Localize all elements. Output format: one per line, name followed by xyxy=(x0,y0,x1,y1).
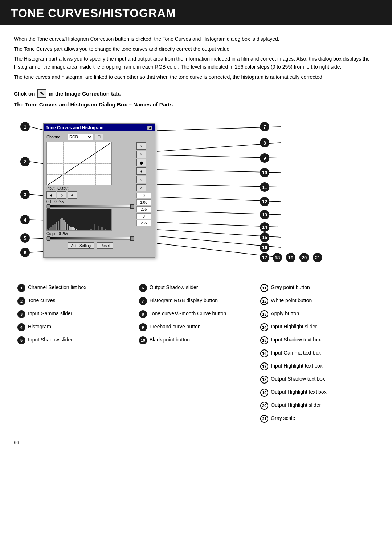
part-badge-1: 1 xyxy=(17,284,25,292)
badge-6: 6 xyxy=(20,248,30,257)
part-label-20: Output Highlight slider xyxy=(271,402,375,409)
page-number: 66 xyxy=(14,440,19,445)
input-label: Input xyxy=(46,186,54,190)
white-pt-btn[interactable]: ○ xyxy=(136,176,146,183)
part-badge-11: 11 xyxy=(260,284,268,292)
part-item-15: 15 Input Shadow text box xyxy=(260,336,375,344)
svg-rect-31 xyxy=(70,227,72,230)
output-shadow-textbox[interactable] xyxy=(136,213,151,219)
part-item-5: 5 Input Shadow slider xyxy=(17,336,132,344)
white-point-button[interactable]: ◇ xyxy=(57,191,66,199)
part-item-7: 7 Histogram RGB display button xyxy=(139,297,253,305)
part-label-8: Tone curves/Smooth Curve button xyxy=(150,310,253,317)
page-title: TONE CURVES/HISTOGRAM xyxy=(11,7,381,20)
freehand-curve-button[interactable]: ✎ xyxy=(136,151,146,158)
dialog-titlebar: Tone Curves and Histogram ✕ xyxy=(44,124,155,131)
gray-point-button[interactable]: ◆ xyxy=(46,191,56,199)
part-item-14: 14 Input Highlight slider xyxy=(260,323,375,331)
svg-rect-25 xyxy=(60,219,61,230)
input-shadow-textbox[interactable] xyxy=(136,193,151,198)
intro-p1: When the Tone curves/Histogram Correctio… xyxy=(14,35,378,43)
dialog-window: Tone Curves and Histogram ✕ Channel RGB … xyxy=(43,123,155,258)
part-item-12: 12 White point button xyxy=(260,297,375,305)
channel-select[interactable]: RGB xyxy=(68,134,93,140)
badge-11: 11 xyxy=(260,182,269,192)
svg-rect-36 xyxy=(79,230,81,230)
svg-rect-20 xyxy=(50,227,52,230)
svg-rect-30 xyxy=(69,226,70,230)
input-highlight-slider-thumb[interactable] xyxy=(130,204,134,209)
part-badge-16: 16 xyxy=(260,349,268,357)
output-shadow-slider-thumb[interactable] xyxy=(47,236,50,241)
rgb-display-button[interactable]: ☐ xyxy=(95,134,103,140)
badge-21: 21 xyxy=(313,253,322,262)
badge-20: 20 xyxy=(299,253,309,262)
output-slider-track xyxy=(46,237,134,240)
svg-rect-24 xyxy=(58,221,59,230)
part-label-9: Freehand curve button xyxy=(150,323,253,330)
part-label-10: Black point button xyxy=(150,336,253,343)
grid-v2 xyxy=(79,142,79,185)
part-label-17: Input Highlight text box xyxy=(271,362,375,369)
input-gamma-textbox[interactable] xyxy=(136,199,151,205)
part-label-2: Tone curves xyxy=(28,297,132,304)
input-values: 0 1.00 255 xyxy=(46,200,64,204)
part-badge-3: 3 xyxy=(17,310,25,318)
badge-18: 18 xyxy=(273,253,282,262)
output-highlight-textbox[interactable] xyxy=(136,220,151,226)
tone-curve-canvas xyxy=(46,142,112,185)
part-item-1: 1 Channel Selection list box xyxy=(17,284,132,292)
input-slider-row: 0 1.00 255 xyxy=(46,200,134,204)
histogram-svg xyxy=(47,209,111,230)
svg-rect-34 xyxy=(76,229,77,230)
badge-5: 5 xyxy=(20,233,30,243)
badge-4: 4 xyxy=(20,215,30,224)
page-content: When the Tone curves/Histogram Correctio… xyxy=(0,25,392,437)
gray-pt-btn[interactable]: ◈ xyxy=(136,167,146,175)
image-correction-icon: ✎ xyxy=(37,89,46,98)
part-item-17: 17 Input Highlight text box xyxy=(260,362,375,370)
part-label-11: Gray point button xyxy=(271,284,375,291)
svg-rect-42 xyxy=(101,227,103,230)
black-point-button[interactable]: ⬤ xyxy=(136,159,146,166)
curve-left: Input Output ◆ ◇ 🖶 0 1.00 255 xyxy=(46,142,134,255)
click-prefix: Click on xyxy=(14,90,35,97)
part-label-4: Histogram xyxy=(28,323,132,330)
parts-col-3: 11 Gray point button 12 White point butt… xyxy=(257,281,378,426)
svg-rect-22 xyxy=(54,224,56,230)
svg-rect-43 xyxy=(105,229,106,230)
part-label-18: Output Shadow text box xyxy=(271,376,375,382)
part-item-8: 8 Tone curves/Smooth Curve button xyxy=(139,310,253,318)
smooth-curve-button[interactable]: ∿ xyxy=(136,142,146,150)
auto-setting-button[interactable]: Auto Setting xyxy=(68,242,94,249)
click-instruction: Click on ✎ in the Image Correction tab. xyxy=(14,89,378,98)
svg-rect-28 xyxy=(65,222,66,230)
dialog-close-button[interactable]: ✕ xyxy=(147,126,152,130)
part-badge-15: 15 xyxy=(260,336,268,344)
badge-1: 1 xyxy=(20,122,30,131)
channel-label: Channel xyxy=(46,135,65,139)
badge-12: 12 xyxy=(260,197,269,206)
part-label-13: Apply button xyxy=(271,310,375,317)
part-badge-17: 17 xyxy=(260,362,268,370)
input-highlight-textbox[interactable] xyxy=(136,206,151,212)
output-highlight-slider-thumb[interactable] xyxy=(130,236,134,241)
badge-3: 3 xyxy=(20,190,30,199)
curve-area: Input Output ◆ ◇ 🖶 0 1.00 255 xyxy=(46,142,152,255)
part-label-14: Input Highlight slider xyxy=(271,323,375,330)
part-item-18: 18 Output Shadow text box xyxy=(260,376,375,384)
part-label-7: Histogram RGB display button xyxy=(150,297,253,304)
apply-btn-2[interactable]: ✓ xyxy=(136,184,146,191)
intro-p2: The Tone Curves part allows you to chang… xyxy=(14,45,378,53)
input-shadow-slider-thumb[interactable] xyxy=(47,204,50,209)
apply-button[interactable]: 🖶 xyxy=(68,191,77,199)
part-badge-2: 2 xyxy=(17,297,25,305)
svg-rect-26 xyxy=(61,218,63,230)
part-item-11: 11 Gray point button xyxy=(260,284,375,292)
svg-rect-32 xyxy=(72,227,74,230)
part-label-15: Input Shadow text box xyxy=(271,336,375,343)
part-label-16: Input Gamma text box xyxy=(271,349,375,356)
svg-rect-33 xyxy=(74,228,75,230)
reset-button[interactable]: Reset xyxy=(97,242,113,249)
page-footer: 66 xyxy=(14,437,378,445)
